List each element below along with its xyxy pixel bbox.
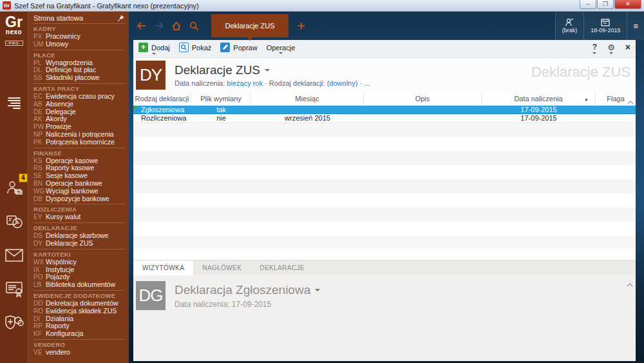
empty-row bbox=[133, 193, 636, 208]
sidebar-section: VENDEROVEvendero bbox=[33, 339, 125, 357]
sort-ascending-icon: ▲ bbox=[584, 97, 589, 101]
column-header-2[interactable]: Plik wymiany bbox=[191, 92, 251, 105]
sidebar-item-code: DE bbox=[33, 108, 46, 116]
table-cell: Zgłoszeniowa bbox=[133, 106, 191, 113]
table-cell: tak bbox=[191, 106, 251, 113]
sidebar-item-pk[interactable]: PKPotrącenia komornicze bbox=[33, 139, 125, 146]
empty-row bbox=[133, 222, 636, 236]
show-button[interactable]: Pokaż bbox=[179, 43, 212, 55]
table-row[interactable]: Rozliczeniowaniewrzesień 201517-09-2015 bbox=[133, 114, 636, 123]
sidebar-item-label: Wspólnicy bbox=[46, 259, 77, 266]
filter-label-type: Rodzaj deklaracji: bbox=[269, 79, 325, 87]
sidebar-item-kf[interactable]: KFKonfiguracja bbox=[33, 330, 125, 338]
table-header-row: Rodzaj deklaracjiPlik wymianyMiesiącOpis… bbox=[133, 92, 636, 106]
work-date-label: 18-09-2015 bbox=[591, 27, 620, 34]
detail-title-dropdown[interactable]: Deklaracja Zgłoszeniowa bbox=[175, 283, 320, 297]
sidebar-item-wx[interactable]: WXWspólnicy bbox=[33, 259, 125, 266]
sidebar-item-dd[interactable]: DDDekretacja dokumentów bbox=[33, 300, 125, 308]
module-title-dropdown[interactable]: Deklaracje ZUS bbox=[175, 63, 370, 77]
sidebar-item-label: vendero bbox=[46, 349, 70, 357]
scroll-up-icon[interactable] bbox=[627, 95, 634, 107]
sidebar-item-code: KS bbox=[33, 157, 46, 165]
sidebar-item-ab[interactable]: ABAbsencje bbox=[33, 101, 125, 108]
filter-more[interactable]: ... bbox=[364, 79, 370, 87]
edit-button[interactable]: Popraw bbox=[220, 43, 257, 55]
sidebar-item-code: PK bbox=[33, 139, 46, 146]
home-icon bbox=[171, 21, 182, 31]
column-header-4[interactable]: Opis bbox=[364, 92, 482, 105]
sidebar-item-dy[interactable]: DYDeklaracje ZUS bbox=[33, 240, 125, 248]
sidebar-item-code: SE bbox=[33, 172, 46, 180]
maximize-button[interactable]: ❐ bbox=[597, 0, 614, 9]
module-header: DY Deklaracje ZUS Data naliczenia: bieżą… bbox=[133, 58, 636, 92]
sidebar-item-np[interactable]: NPNaliczenia i potrącenia bbox=[33, 131, 125, 139]
close-button[interactable]: × bbox=[614, 0, 641, 9]
tab-deklaracje[interactable]: DEKLARACJE bbox=[251, 260, 314, 275]
nav-home-button[interactable] bbox=[171, 21, 182, 31]
sidebar-rail: Gr nexo -PRO- 4 bbox=[0, 12, 28, 363]
table-cell bbox=[251, 106, 364, 113]
sidebar-item-label: Dekretacja dokumentów bbox=[46, 300, 118, 308]
nav-search-button[interactable] bbox=[189, 21, 199, 31]
certificate-icon bbox=[5, 280, 23, 297]
show-label: Pokaż bbox=[192, 44, 212, 52]
nav-back-button[interactable] bbox=[137, 21, 147, 31]
sidebar-section-title: FINANSE bbox=[33, 150, 125, 157]
work-date-button[interactable]: 18-09-2015 bbox=[583, 12, 627, 40]
help-button[interactable]: ? bbox=[592, 43, 597, 54]
panel-collapse-icon[interactable] bbox=[627, 278, 633, 289]
empty-row bbox=[133, 208, 636, 222]
menu-collapse-icon[interactable] bbox=[8, 97, 21, 109]
sidebar-item-um[interactable]: UMUmowy bbox=[33, 41, 125, 48]
table-row[interactable]: Zgłoszeniowatak17-09-2015 bbox=[133, 106, 636, 114]
current-user-button[interactable]: (brak) bbox=[555, 12, 584, 40]
sidebar-item-wg[interactable]: WGWyciągi bankowe bbox=[33, 188, 125, 195]
column-header-3[interactable]: Miesiąc bbox=[251, 92, 364, 105]
tab-wizyt-wka[interactable]: WIZYTÓWKA bbox=[133, 260, 193, 275]
sidebar-item-code: DL bbox=[33, 66, 46, 74]
sidebar-item-db[interactable]: DBDyspozycje bankowe bbox=[33, 195, 125, 203]
table-cell bbox=[596, 114, 636, 122]
settings-button[interactable]: ⚙ bbox=[607, 43, 615, 54]
add-dropdown-caret bbox=[152, 53, 156, 55]
sidebar-item-ro[interactable]: ROEwidencja składek ZUS bbox=[33, 308, 125, 315]
sidebar-item-code: KF bbox=[33, 330, 46, 338]
column-header-5[interactable]: Data naliczenia▲ bbox=[482, 92, 596, 105]
sidebar-item-ec[interactable]: ECEwidencja czasu pracy bbox=[33, 93, 125, 101]
new-tab-button[interactable]: + bbox=[298, 21, 305, 31]
open-tab-deklaracje-zus[interactable]: Deklaracje ZUS bbox=[211, 14, 289, 37]
filter-value-date[interactable]: bieżący rok bbox=[227, 79, 263, 87]
column-header-1[interactable]: Rodzaj deklaracji bbox=[133, 92, 191, 105]
pin-icon[interactable] bbox=[117, 14, 125, 22]
mail-shortcut-icon[interactable] bbox=[5, 246, 24, 265]
calendar-clock-shortcut-icon[interactable] bbox=[5, 212, 24, 231]
sidebar-item-bn[interactable]: BNOperacje bankowe bbox=[33, 180, 125, 188]
sidebar-section-title: PŁACE bbox=[33, 52, 125, 59]
window-app-icon: Gr bbox=[3, 1, 11, 10]
sidebar-item-lb[interactable]: LBBiblioteka dokumentów bbox=[33, 281, 125, 289]
operations-button[interactable]: Operacje bbox=[267, 44, 296, 54]
protection-shortcut-icon[interactable] bbox=[5, 313, 24, 332]
employees-shortcut-icon[interactable]: 4 bbox=[5, 179, 24, 198]
sidebar-item-label: Biblioteka dokumentów bbox=[46, 281, 115, 289]
chevron-down-icon bbox=[315, 289, 320, 291]
sidebar-item-code: WX bbox=[33, 259, 46, 266]
license-shortcut-icon[interactable] bbox=[5, 279, 24, 299]
calendar-icon bbox=[601, 18, 610, 26]
logo-pro: -PRO- bbox=[5, 41, 23, 46]
sidebar-item-ss[interactable]: SSSkładniki płacowe bbox=[33, 74, 125, 82]
tab-nag-wek[interactable]: NAGŁÓWEK bbox=[193, 260, 251, 275]
filter-value-type[interactable]: (dowolny) bbox=[327, 79, 358, 87]
chevron-down-icon bbox=[265, 69, 270, 72]
close-module-button[interactable]: × bbox=[625, 43, 630, 54]
sidebar-item-home[interactable]: Strona startowa bbox=[33, 14, 125, 24]
nav-menu-button[interactable]: ≡ bbox=[627, 12, 644, 40]
nav-forward-button[interactable] bbox=[154, 21, 164, 31]
sidebar-item-ve[interactable]: VEvendero bbox=[33, 349, 125, 357]
module-watermark: Deklaracje ZUS bbox=[531, 64, 630, 81]
sidebar-item-code: RO bbox=[33, 308, 46, 315]
empty-row bbox=[133, 179, 636, 193]
sidebar-item-ey[interactable]: EYKursy walut bbox=[33, 213, 125, 221]
minimize-button[interactable]: – bbox=[580, 0, 596, 9]
add-button[interactable]: + Dodaj bbox=[138, 43, 170, 55]
